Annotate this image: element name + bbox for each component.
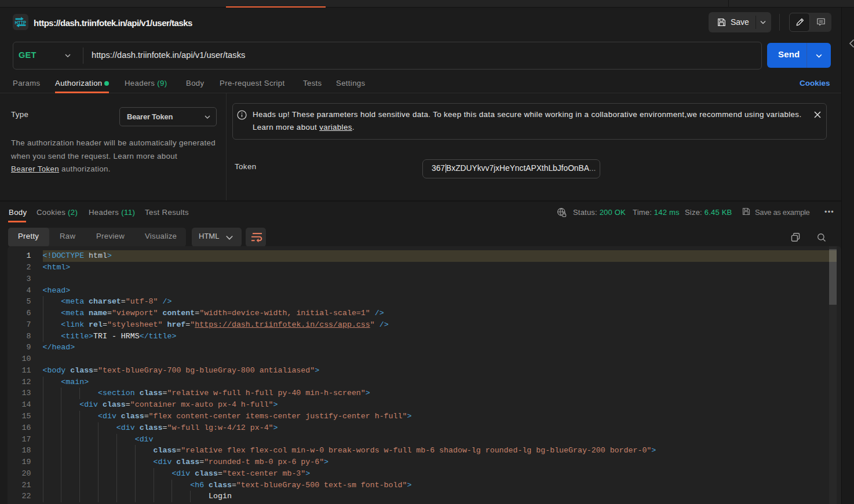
svg-text:HTTP: HTTP bbox=[15, 19, 27, 25]
